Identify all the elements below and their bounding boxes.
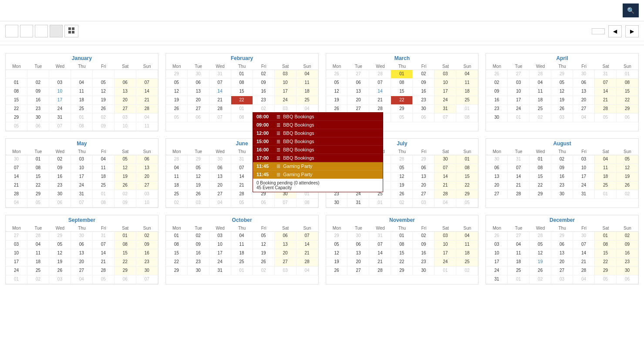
day-cell[interactable]: 30 — [435, 155, 456, 164]
day-cell[interactable]: 02 — [456, 267, 478, 275]
day-cell[interactable]: 17 — [573, 173, 595, 181]
day-cell[interactable]: 17 — [71, 173, 93, 181]
day-cell[interactable]: 05 — [551, 79, 573, 87]
day-cell[interactable]: 22 — [27, 181, 49, 190]
day-cell[interactable]: 25 — [166, 190, 188, 199]
day-cell[interactable]: 23 — [188, 258, 209, 267]
day-cell[interactable]: 04 — [71, 79, 93, 87]
day-cell[interactable]: 26 — [486, 232, 508, 241]
day-cell[interactable]: 22 — [391, 258, 413, 267]
day-cell[interactable]: 03 — [49, 79, 71, 87]
day-cell[interactable]: 13 — [347, 249, 369, 258]
day-cell[interactable]: 21 — [573, 258, 595, 267]
day-cell[interactable]: 05 — [93, 275, 115, 284]
popup-event-item[interactable]: 08:00☰BBQ Bookings — [253, 113, 383, 121]
day-cell[interactable]: 01 — [508, 114, 529, 122]
day-cell[interactable]: 23 — [253, 96, 275, 105]
day-cell[interactable]: 20 — [71, 258, 93, 267]
day-cell[interactable]: 11 — [508, 249, 529, 258]
day-cell[interactable]: 03 — [275, 267, 297, 275]
day-cell[interactable]: 21 — [435, 181, 456, 190]
day-cell[interactable]: 25 — [93, 181, 115, 190]
popup-event-item[interactable]: 09:00☰BBQ Bookings — [253, 121, 383, 129]
day-cell[interactable]: 17 — [209, 249, 231, 258]
day-cell[interactable]: 21 — [297, 249, 318, 258]
day-cell[interactable]: 24 — [435, 258, 456, 267]
day-cell[interactable]: 06 — [115, 79, 136, 87]
day-cell[interactable]: 18 — [456, 87, 478, 96]
day-cell[interactable]: 04 — [435, 199, 456, 207]
day-cell[interactable]: 02 — [529, 114, 551, 122]
day-cell[interactable]: 04 — [6, 199, 27, 207]
day-cell[interactable]: 28 — [573, 267, 595, 275]
day-cell[interactable]: 04 — [71, 275, 93, 284]
day-cell[interactable]: 28 — [209, 105, 231, 114]
day-cell[interactable]: 05 — [391, 114, 413, 122]
day-cell[interactable]: 15 — [166, 249, 188, 258]
day-cell[interactable]: 10 — [136, 199, 158, 207]
day-cell[interactable]: 09 — [486, 87, 508, 96]
day-cell[interactable]: 19 — [617, 173, 638, 181]
day-cell[interactable]: 31 — [209, 70, 231, 79]
day-cell[interactable]: 20 — [115, 96, 136, 105]
day-cell[interactable]: 14 — [297, 241, 318, 249]
day-cell[interactable]: 04 — [166, 164, 188, 173]
day-cell[interactable]: 08 — [166, 241, 188, 249]
day-cell[interactable]: 22 — [456, 181, 478, 190]
day-cell[interactable]: 03 — [49, 275, 71, 284]
next-button[interactable]: ▶ — [625, 25, 639, 37]
day-cell[interactable]: 10 — [6, 249, 27, 258]
day-cell[interactable]: 01 — [71, 114, 93, 122]
day-cell[interactable]: 15 — [617, 87, 638, 96]
day-cell[interactable]: 07 — [573, 241, 595, 249]
day-cell[interactable]: 30 — [188, 70, 209, 79]
day-cell[interactable]: 01 — [27, 155, 49, 164]
day-cell[interactable]: 26 — [166, 105, 188, 114]
day-cell[interactable]: 03 — [188, 199, 209, 207]
day-cell[interactable]: 04 — [209, 199, 231, 207]
day-cell[interactable]: 15 — [231, 87, 253, 96]
day-cell[interactable]: 05 — [529, 241, 551, 249]
day-cell[interactable]: 13 — [71, 249, 93, 258]
day-cell[interactable]: 04 — [456, 70, 478, 79]
day-cell[interactable]: 30 — [326, 199, 348, 207]
day-cell[interactable]: 31 — [347, 199, 369, 207]
day-cell[interactable]: 16 — [413, 249, 435, 258]
day-cell[interactable]: 02 — [115, 190, 136, 199]
day-cell[interactable]: 12 — [326, 249, 348, 258]
day-cell[interactable]: 27 — [551, 267, 573, 275]
day-cell[interactable]: 12 — [391, 173, 413, 181]
day-cell[interactable]: 14 — [595, 87, 617, 96]
day-cell[interactable]: 31 — [486, 275, 508, 284]
day-cell[interactable]: 06 — [27, 122, 49, 131]
day-cell[interactable]: 01 — [456, 105, 478, 114]
day-cell[interactable]: 02 — [617, 232, 638, 241]
day-cell[interactable]: 03 — [435, 70, 456, 79]
day-cell[interactable]: 27 — [136, 181, 158, 190]
day-cell[interactable]: 15 — [456, 173, 478, 181]
day-cell[interactable]: 06 — [347, 79, 369, 87]
day-cell[interactable]: 22 — [166, 258, 188, 267]
day-cell[interactable]: 04 — [573, 114, 595, 122]
day-cell[interactable]: 21 — [209, 96, 231, 105]
day-cell[interactable]: 22 — [391, 96, 413, 105]
day-cell[interactable]: 14 — [369, 87, 391, 96]
day-cell[interactable]: 18 — [297, 87, 318, 96]
day-cell[interactable]: 29 — [456, 190, 478, 199]
day-cell[interactable]: 03 — [573, 155, 595, 164]
day-cell[interactable]: 23 — [413, 258, 435, 267]
day-cell[interactable]: 04 — [231, 232, 253, 241]
day-cell[interactable]: 21 — [369, 258, 391, 267]
day-cell[interactable]: 06 — [71, 241, 93, 249]
day-cell[interactable]: 29 — [529, 190, 551, 199]
day-cell[interactable]: 19 — [166, 96, 188, 105]
day-cell[interactable]: 14 — [209, 87, 231, 96]
day-cell[interactable]: 07 — [231, 164, 253, 173]
day-cell[interactable]: 09 — [253, 79, 275, 87]
day-cell[interactable]: 20 — [347, 96, 369, 105]
day-cell[interactable]: 01 — [115, 232, 136, 241]
day-cell[interactable]: 12 — [115, 164, 136, 173]
year-view-button[interactable] — [50, 25, 63, 37]
day-cell[interactable]: 22 — [231, 96, 253, 105]
day-cell[interactable]: 02 — [136, 232, 158, 241]
